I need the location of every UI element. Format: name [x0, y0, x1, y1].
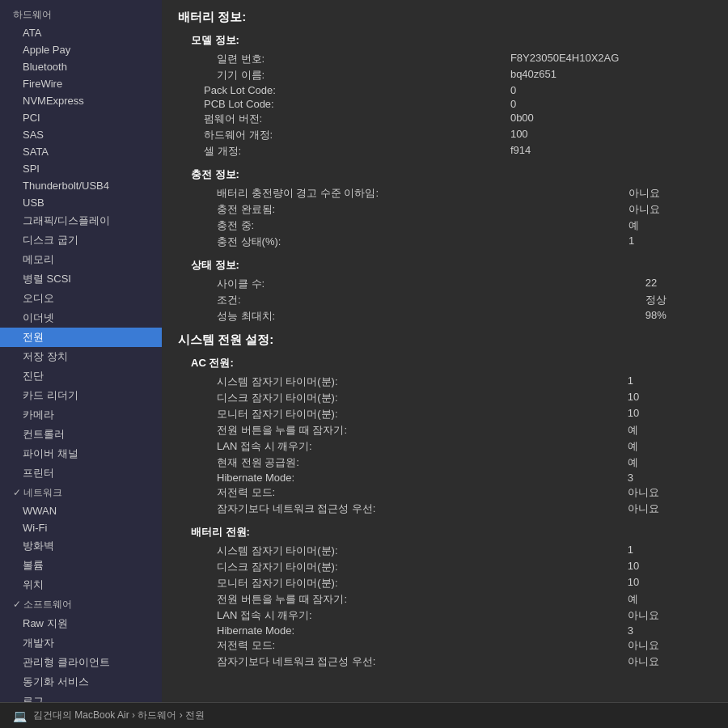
field-label: 전원 버튼을 누를 때 잠자기: [191, 591, 624, 607]
field-label: 성능 최대치: [191, 308, 642, 324]
table-row: 저전력 모드: 아니요 [191, 485, 712, 501]
field-label: 셀 개정: [191, 143, 507, 159]
laptop-icon: 💻 [13, 709, 27, 722]
sidebar-item-storage[interactable]: 저장 장치 [0, 347, 162, 366]
field-value: 아니요 [624, 607, 712, 624]
sidebar-item-usb[interactable]: USB [0, 194, 162, 211]
sidebar-item-fiber-channel[interactable]: 파이버 채널 [0, 444, 162, 463]
table-row: 배터리 충전량이 경고 수준 이하임: 아니요 [191, 185, 712, 201]
sidebar-item-volume[interactable]: 볼륨 [0, 556, 162, 575]
field-label: 충전 상태(%): [191, 234, 625, 250]
field-value: 예 [624, 422, 712, 438]
sidebar-item-location[interactable]: 위치 [0, 575, 162, 595]
sidebar-item-printer[interactable]: 프린터 [0, 463, 162, 483]
sidebar-item-hardware-header[interactable]: 하드웨어 [0, 3, 162, 24]
sidebar-item-camera[interactable]: 카메라 [0, 405, 162, 425]
sidebar-item-sas[interactable]: SAS [0, 126, 162, 143]
field-label: PCB Lot Code: [191, 97, 507, 111]
main-title: 배터리 정보: [178, 10, 712, 25]
table-row: 사이클 수: 22 [191, 276, 712, 292]
field-label: 전원 버튼을 누를 때 잠자기: [191, 422, 624, 438]
field-label: 잠자기보다 네트워크 접근성 우선: [191, 501, 624, 517]
field-label: 충전 완료됨: [191, 201, 625, 218]
table-row: 전원 버튼을 누를 때 잠자기: 예 [191, 422, 712, 438]
sidebar-item-scsi[interactable]: 병렬 SCSI [0, 269, 162, 289]
field-value: 0 [507, 83, 712, 97]
field-value: 정상 [642, 292, 712, 308]
table-row: 조건: 정상 [191, 292, 712, 308]
field-value: 아니요 [625, 185, 712, 201]
field-label: LAN 접속 시 깨우기: [191, 607, 624, 624]
field-value: 100 [507, 127, 712, 143]
sidebar-item-software-header[interactable]: ✓ 소프트웨어 [0, 595, 162, 614]
sidebar-item-card-reader[interactable]: 카드 리더기 [0, 386, 162, 405]
table-row: 성능 최대치: 98% [191, 308, 712, 324]
field-value: 예 [624, 455, 712, 471]
sidebar-item-managed-client[interactable]: 관리형 클라이언트 [0, 653, 162, 672]
sidebar-item-controller[interactable]: 컨트롤러 [0, 425, 162, 444]
sidebar-item-bluetooth[interactable]: Bluetooth [0, 58, 162, 75]
sidebar-item-spi[interactable]: SPI [0, 160, 162, 177]
sidebar-item-wwan[interactable]: WWAN [0, 502, 162, 519]
sidebar-item-power[interactable]: 전원 [0, 328, 162, 347]
table-row: 모니터 잠자기 타이머(분): 10 [191, 406, 712, 422]
sidebar-item-graphics[interactable]: 그래픽/디스플레이 [0, 211, 162, 231]
sidebar-item-firewire[interactable]: FireWire [0, 75, 162, 92]
field-value: 0b00 [507, 111, 712, 127]
field-label: Hibernate Mode: [191, 471, 624, 485]
breadcrumb-bar: 💻 김건대의 MacBook Air › 하드웨어 › 전원 [0, 702, 728, 728]
sidebar-item-log[interactable]: 로그 [0, 692, 162, 702]
charge-section: 충전 정보: 배터리 충전량이 경고 수준 이하임: 아니요 충전 완료됨: 아… [178, 167, 712, 250]
sidebar-item-nvmexpress[interactable]: NVMExpress [0, 92, 162, 109]
sidebar-item-firewall[interactable]: 방화벽 [0, 536, 162, 556]
field-label: 저전력 모드: [191, 485, 624, 501]
sidebar-item-disc-burning[interactable]: 디스크 굽기 [0, 231, 162, 250]
sidebar-item-network-header[interactable]: ✓ 네트워크 [0, 483, 162, 502]
sidebar-item-sata[interactable]: SATA [0, 143, 162, 160]
table-row: 저전력 모드: 아니요 [191, 637, 712, 654]
model-section: 모델 정보: 일련 번호: F8Y23050E4H10X2AG 기기 이름: b… [178, 33, 712, 159]
field-value: 예 [624, 591, 712, 607]
field-value: 아니요 [624, 501, 712, 517]
field-label: Hibernate Mode: [191, 624, 624, 637]
sidebar-item-raw-support[interactable]: Raw 지원 [0, 614, 162, 633]
sidebar-item-ethernet[interactable]: 이더넷 [0, 308, 162, 328]
table-row: LAN 접속 시 깨우기: 아니요 [191, 607, 712, 624]
sidebar-item-sync-service[interactable]: 동기화 서비스 [0, 672, 162, 692]
field-label: LAN 접속 시 깨우기: [191, 438, 624, 455]
sidebar-item-pci[interactable]: PCI [0, 109, 162, 126]
sidebar: 하드웨어 ATA Apple Pay Bluetooth FireWire NV… [0, 0, 162, 702]
sidebar-item-diagnostics[interactable]: 진단 [0, 366, 162, 386]
table-row: 모니터 잠자기 타이머(분): 10 [191, 575, 712, 591]
sidebar-item-apple-pay[interactable]: Apple Pay [0, 41, 162, 58]
sidebar-item-developer[interactable]: 개발자 [0, 633, 162, 653]
sidebar-item-ata[interactable]: ATA [0, 24, 162, 41]
field-label: 모니터 잠자기 타이머(분): [191, 575, 624, 591]
field-value: F8Y23050E4H10X2AG [507, 51, 712, 67]
field-value: 10 [624, 406, 712, 422]
field-label: 사이클 수: [191, 276, 642, 292]
field-value: 아니요 [625, 201, 712, 218]
sidebar-item-wifi[interactable]: Wi-Fi [0, 519, 162, 536]
field-label: 배터리 충전량이 경고 수준 이하임: [191, 185, 625, 201]
main-container: 하드웨어 ATA Apple Pay Bluetooth FireWire NV… [0, 0, 728, 702]
table-row: 펌웨어 버전: 0b00 [191, 111, 712, 127]
field-label: 시스템 잠자기 타이머(분): [191, 374, 624, 390]
charge-info-table: 배터리 충전량이 경고 수준 이하임: 아니요 충전 완료됨: 아니요 충전 중… [191, 185, 712, 250]
table-row: 잠자기보다 네트워크 접근성 우선: 아니요 [191, 654, 712, 670]
field-value: 98% [642, 308, 712, 324]
field-label: 일련 번호: [191, 51, 507, 67]
table-row: 하드웨어 개정: 100 [191, 127, 712, 143]
table-row: 충전 상태(%): 1 [191, 234, 712, 250]
sidebar-item-thunderbolt[interactable]: Thunderbolt/USB4 [0, 177, 162, 194]
sidebar-item-audio[interactable]: 오디오 [0, 289, 162, 308]
table-row: 현재 전원 공급원: 예 [191, 455, 712, 471]
field-label: 하드웨어 개정: [191, 127, 507, 143]
sidebar-item-memory[interactable]: 메모리 [0, 250, 162, 269]
field-label: 저전력 모드: [191, 637, 624, 654]
ac-power-table: 시스템 잠자기 타이머(분): 1 디스크 잠자기 타이머(분): 10 모니터… [191, 374, 712, 517]
field-label: 기기 이름: [191, 67, 507, 83]
status-info-table: 사이클 수: 22 조건: 정상 성능 최대치: 98% [191, 276, 712, 324]
field-value: 예 [624, 438, 712, 455]
table-row: 충전 완료됨: 아니요 [191, 201, 712, 218]
